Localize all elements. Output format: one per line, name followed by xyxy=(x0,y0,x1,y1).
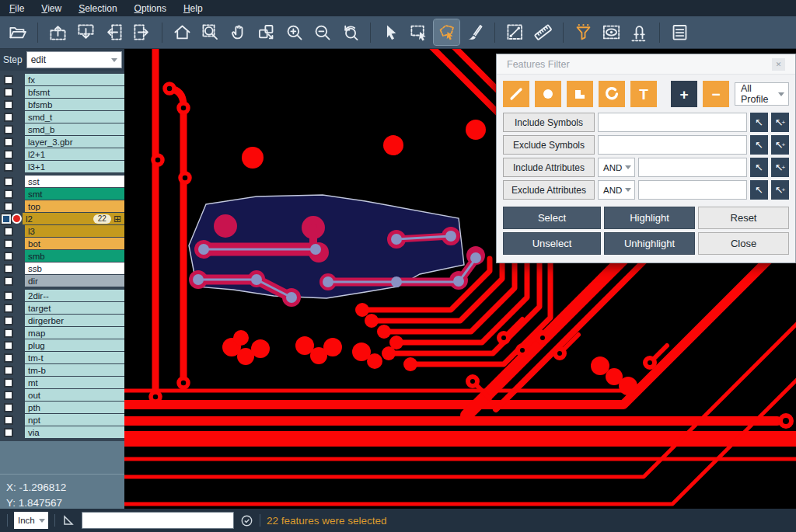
tool-zoom-window[interactable] xyxy=(253,19,279,45)
layer-row-top[interactable]: top xyxy=(0,200,124,212)
feature-type-pad-button[interactable] xyxy=(535,81,561,107)
feature-type-arc-button[interactable] xyxy=(599,81,625,107)
layer-row-l2+1[interactable]: l2+1 xyxy=(0,148,124,160)
dialog-title-bar[interactable]: Features Filter ✕ xyxy=(497,54,795,75)
tool-zoom-previous[interactable] xyxy=(337,19,363,45)
tool-measure-line[interactable] xyxy=(502,19,528,45)
tool-shift-down[interactable] xyxy=(73,19,99,45)
layer-row-smb[interactable]: smb xyxy=(0,250,124,262)
layer-checkbox[interactable] xyxy=(4,75,13,85)
layer-checkbox[interactable] xyxy=(4,177,13,186)
layer-checkbox[interactable] xyxy=(4,341,13,350)
tool-shift-left[interactable] xyxy=(101,19,127,45)
include-symbols-pick-button[interactable]: ↖ xyxy=(750,113,768,132)
unselect-button[interactable]: Unselect xyxy=(503,232,601,255)
layer-checkbox[interactable] xyxy=(4,239,13,249)
exclude-attributes-pick-button[interactable]: ↖ xyxy=(750,180,768,200)
layer-checkbox[interactable] xyxy=(4,227,13,236)
reset-button[interactable]: Reset xyxy=(698,207,789,229)
layer-row-out[interactable]: out xyxy=(0,389,124,401)
layer-row-map[interactable]: map xyxy=(0,327,124,339)
layer-row-ssb[interactable]: ssb xyxy=(0,263,124,274)
layer-checkbox[interactable] xyxy=(4,100,13,110)
tool-clear-brush[interactable] xyxy=(462,19,487,45)
layer-checkbox[interactable] xyxy=(4,378,13,388)
tool-features-filter[interactable] xyxy=(571,19,596,45)
exclude-attributes-pick-add-button[interactable]: ↖+ xyxy=(771,180,789,200)
exclude-symbols-pick-button[interactable]: ↖ xyxy=(750,135,768,155)
layer-checkbox[interactable] xyxy=(4,428,13,437)
tool-zoom-out[interactable] xyxy=(309,19,335,45)
layer-checkbox[interactable] xyxy=(4,276,13,286)
menu-options[interactable]: Options xyxy=(134,3,166,14)
include-attributes-button[interactable]: Include Attributes xyxy=(503,158,595,177)
tool-home[interactable] xyxy=(169,19,195,45)
exclude-symbols-button[interactable]: Exclude Symbols xyxy=(503,135,595,155)
tool-feature-histogram[interactable] xyxy=(667,19,693,45)
layer-checkbox[interactable] xyxy=(4,264,13,273)
layer-row-pth[interactable]: pth xyxy=(0,402,124,413)
pcb-canvas[interactable]: Features Filter ✕ xyxy=(124,49,796,509)
menu-view[interactable]: View xyxy=(41,3,61,14)
layer-checkbox[interactable] xyxy=(4,88,13,97)
layer-row-dir[interactable]: dir xyxy=(0,275,124,287)
include-attributes-pick-button[interactable]: ↖ xyxy=(750,158,768,177)
include-attributes-pick-add-button[interactable]: ↖+ xyxy=(771,158,789,177)
include-symbols-pick-add-button[interactable]: ↖+ xyxy=(771,113,789,132)
layer-checkbox[interactable] xyxy=(4,137,13,147)
close-icon[interactable]: ✕ xyxy=(772,58,785,71)
add-filter-button[interactable]: + xyxy=(671,81,697,107)
include-attributes-input[interactable] xyxy=(638,158,747,177)
layer-checkbox[interactable] xyxy=(4,113,13,122)
layer-row-layer_3.gbr[interactable]: layer_3.gbr xyxy=(0,136,124,148)
layer-row-smd_b[interactable]: smd_b xyxy=(0,123,124,135)
unhighlight-button[interactable]: Unhighlight xyxy=(604,232,695,255)
layer-checkbox[interactable] xyxy=(4,353,13,363)
menu-selection[interactable]: Selection xyxy=(79,3,117,14)
select-button[interactable]: Select xyxy=(503,207,601,229)
tool-display-visibility[interactable] xyxy=(599,19,624,45)
menu-file[interactable]: File xyxy=(9,3,24,14)
layer-checkbox[interactable] xyxy=(4,316,13,325)
exclude-symbols-input[interactable] xyxy=(598,135,747,155)
layer-row-npt[interactable]: npt xyxy=(0,414,124,426)
layer-row-l3+1[interactable]: l3+1 xyxy=(0,161,124,172)
layer-checkbox[interactable] xyxy=(4,252,13,261)
layer-row-tm-t[interactable]: tm-t xyxy=(0,352,124,363)
layer-row-bfsmt[interactable]: bfsmt xyxy=(0,86,124,98)
include-symbols-input[interactable] xyxy=(598,113,747,132)
layer-checkbox[interactable] xyxy=(4,125,13,134)
layer-row-fx[interactable]: fx xyxy=(0,74,124,85)
layer-checkbox[interactable] xyxy=(2,214,11,224)
tool-shift-up[interactable] xyxy=(45,19,71,45)
exclude-attributes-operator-select[interactable]: AND xyxy=(598,180,635,200)
layer-row-smd_t[interactable]: smd_t xyxy=(0,111,124,123)
layer-row-mt[interactable]: mt xyxy=(0,377,124,388)
layer-checkbox[interactable] xyxy=(4,150,13,159)
tool-select-polygon[interactable] xyxy=(434,19,459,45)
layer-checkbox[interactable] xyxy=(4,190,13,199)
exclude-attributes-input[interactable] xyxy=(638,180,747,200)
corner-origin-icon[interactable] xyxy=(61,513,75,527)
feature-type-surface-button[interactable] xyxy=(567,81,593,107)
remove-filter-button[interactable]: − xyxy=(703,81,729,107)
exclude-symbols-pick-add-button[interactable]: ↖+ xyxy=(771,135,789,155)
layer-row-dirgerber[interactable]: dirgerber xyxy=(0,315,124,326)
layer-checkbox[interactable] xyxy=(4,416,13,425)
layer-checkbox[interactable] xyxy=(4,329,13,338)
layer-checkbox[interactable] xyxy=(4,162,13,172)
layer-checkbox[interactable] xyxy=(4,304,13,313)
menu-help[interactable]: Help xyxy=(183,3,203,14)
layer-row-tm-b[interactable]: tm-b xyxy=(0,364,124,376)
tool-select-pointer[interactable] xyxy=(378,19,403,45)
feature-type-line-button[interactable] xyxy=(503,81,529,107)
feature-type-text-button[interactable]: T xyxy=(630,81,657,107)
step-select[interactable]: edit xyxy=(26,51,122,68)
exclude-attributes-button[interactable]: Exclude Attributes xyxy=(503,180,595,200)
layer-row-l3[interactable]: l3 xyxy=(0,225,124,237)
layer-row-2dir--[interactable]: 2dir-- xyxy=(0,290,124,301)
tool-zoom-area[interactable] xyxy=(197,19,223,45)
close-button[interactable]: Close xyxy=(698,232,789,255)
tool-open[interactable] xyxy=(5,19,30,45)
tool-select-rect[interactable] xyxy=(406,19,431,45)
